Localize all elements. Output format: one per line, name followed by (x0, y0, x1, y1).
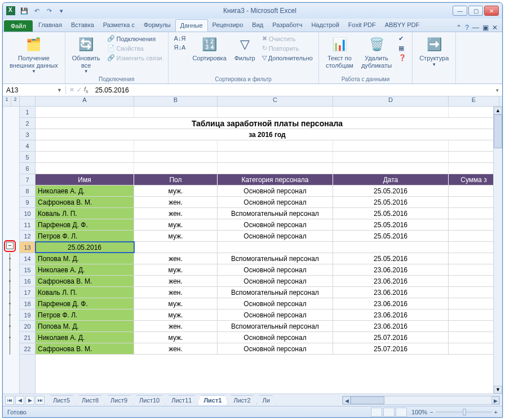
cell[interactable] (218, 163, 333, 174)
ribbon-tab-9[interactable]: Foxit PDF (344, 19, 380, 32)
text-to-columns-button[interactable]: 📊Текст по столбцам (324, 34, 356, 70)
file-tab[interactable]: Файл (4, 20, 33, 32)
cell[interactable] (449, 152, 499, 162)
cell[interactable]: Николаев А. Д. (36, 264, 134, 275)
fx-icon[interactable]: fx (84, 86, 88, 94)
remove-duplicates-button[interactable]: 🗑️Удалить дубликаты (359, 34, 394, 70)
cell[interactable]: 23.06.2016 (333, 321, 449, 331)
row-header[interactable]: 12 (20, 231, 35, 242)
cell[interactable]: муж. (134, 231, 218, 241)
whatif-button[interactable]: ❓ (397, 54, 407, 62)
edit-links-button[interactable]: 🔗Изменить связи (106, 54, 163, 62)
cell[interactable] (449, 253, 499, 264)
minimize-button[interactable]: — (453, 6, 467, 16)
cell[interactable]: Вспомогательный персонал (218, 287, 333, 298)
column-header-D[interactable]: D (333, 96, 449, 106)
outline-collapse-button[interactable]: − (6, 242, 14, 249)
cell[interactable]: Основной персонал (218, 332, 333, 343)
row-header[interactable]: 15 (20, 264, 35, 276)
close-button[interactable]: ✕ (484, 6, 499, 16)
cell[interactable]: Попова М. Д. (36, 321, 134, 331)
cell[interactable]: 25.05.2016 (36, 242, 134, 253)
cell[interactable]: Имя (36, 174, 134, 185)
scroll-right-icon[interactable]: ▶ (491, 396, 499, 404)
ribbon-tab-3[interactable]: Формулы (139, 19, 175, 32)
cell[interactable]: 23.06.2016 (333, 298, 449, 309)
row-headers[interactable]: 12345678910111213141516171819202122 (20, 107, 36, 394)
vertical-scrollbar[interactable]: ▲ ▼ (493, 107, 502, 394)
select-all-corner[interactable] (20, 96, 36, 106)
cell[interactable]: 25.05.2016 (333, 253, 449, 264)
row-header[interactable]: 1 (20, 107, 35, 118)
cell[interactable]: Вспомогательный персонал (218, 321, 333, 331)
cell[interactable]: Основной персонал (218, 343, 333, 354)
row-header[interactable]: 19 (20, 310, 35, 321)
outline-level-1[interactable]: 1 (3, 96, 11, 106)
cell[interactable]: Основной персонал (218, 197, 333, 207)
ribbon-tab-4[interactable]: Данные (175, 19, 208, 32)
cell[interactable]: Дата (333, 174, 449, 185)
clear-filter-button[interactable]: ✖Очистить (261, 34, 314, 43)
cell[interactable] (218, 107, 333, 117)
cell[interactable] (36, 140, 134, 151)
cell[interactable]: Основной персонал (218, 185, 333, 196)
cell[interactable]: Петров Ф. Л. (36, 231, 134, 241)
sheet-tab[interactable]: Лист10 (133, 395, 166, 405)
cell[interactable]: жен. (134, 276, 218, 286)
sheet-tab[interactable]: Ли (256, 395, 276, 405)
reapply-button[interactable]: ↻Повторить (261, 44, 314, 52)
cell[interactable]: Коваль Л. П. (36, 208, 134, 219)
ribbon-tab-0[interactable]: Главная (34, 19, 67, 32)
cell[interactable]: Сумма з (449, 174, 499, 185)
cell[interactable]: муж. (134, 332, 218, 343)
cell[interactable] (218, 140, 333, 151)
cell[interactable] (333, 140, 449, 151)
mdi-minimize-icon[interactable]: — (472, 24, 479, 32)
scroll-thumb[interactable] (351, 396, 384, 404)
cell[interactable]: жен. (134, 253, 218, 264)
cell[interactable]: Основной персонал (218, 219, 333, 230)
column-header-A[interactable]: A (36, 96, 134, 106)
cell[interactable]: за 2016 год (36, 129, 499, 140)
cell[interactable]: 23.06.2016 (333, 264, 449, 275)
ribbon-tab-1[interactable]: Вставка (67, 19, 99, 32)
cell[interactable]: Николаев А. Д. (36, 185, 134, 196)
cell[interactable] (449, 242, 499, 253)
maximize-button[interactable]: ▢ (468, 6, 483, 16)
cell[interactable]: Основной персонал (218, 298, 333, 309)
cell[interactable] (449, 343, 499, 354)
ribbon-tab-10[interactable]: ABBYY PDF (380, 19, 424, 32)
cell[interactable] (36, 163, 134, 174)
row-header[interactable]: 6 (20, 163, 35, 174)
cell[interactable]: жен. (134, 287, 218, 298)
cell[interactable] (449, 208, 499, 219)
sheet-tab[interactable]: Лист1 (197, 395, 228, 405)
zoom-in-button[interactable]: + (494, 409, 498, 415)
normal-view-button[interactable] (371, 408, 382, 417)
qat-undo-icon[interactable]: ↶ (31, 5, 42, 16)
filter-button[interactable]: ▽Фильтр (232, 34, 258, 63)
cell[interactable] (449, 185, 499, 196)
cell[interactable]: Парфенов Д. Ф. (36, 219, 134, 230)
scroll-left-icon[interactable]: ◀ (343, 396, 351, 404)
cell[interactable]: муж. (134, 264, 218, 275)
cell[interactable]: Петров Ф. Л. (36, 310, 134, 320)
cell[interactable] (36, 107, 134, 117)
cell[interactable]: жен. (134, 321, 218, 331)
row-header[interactable]: 22 (20, 343, 35, 355)
cell[interactable] (134, 163, 218, 174)
ribbon-tab-5[interactable]: Рецензиро (208, 19, 248, 32)
sort-za-button[interactable]: Я↓А (173, 43, 187, 51)
cell[interactable]: 25.05.2016 (333, 197, 449, 207)
ribbon-minimize-icon[interactable]: ⌃ (456, 24, 462, 32)
qat-save-icon[interactable]: 💾 (19, 5, 30, 16)
row-header[interactable]: 5 (20, 152, 35, 163)
cell[interactable] (449, 298, 499, 309)
cell[interactable] (449, 140, 499, 151)
horizontal-scrollbar[interactable]: ◀ ▶ (342, 396, 500, 405)
cell[interactable]: муж. (134, 219, 218, 230)
sort-button[interactable]: 🔢Сортировка (190, 34, 228, 63)
cell[interactable]: Основной персонал (218, 276, 333, 286)
connections-button[interactable]: 🔗Подключения (106, 34, 163, 43)
cell[interactable]: Попова М. Д. (36, 253, 134, 264)
